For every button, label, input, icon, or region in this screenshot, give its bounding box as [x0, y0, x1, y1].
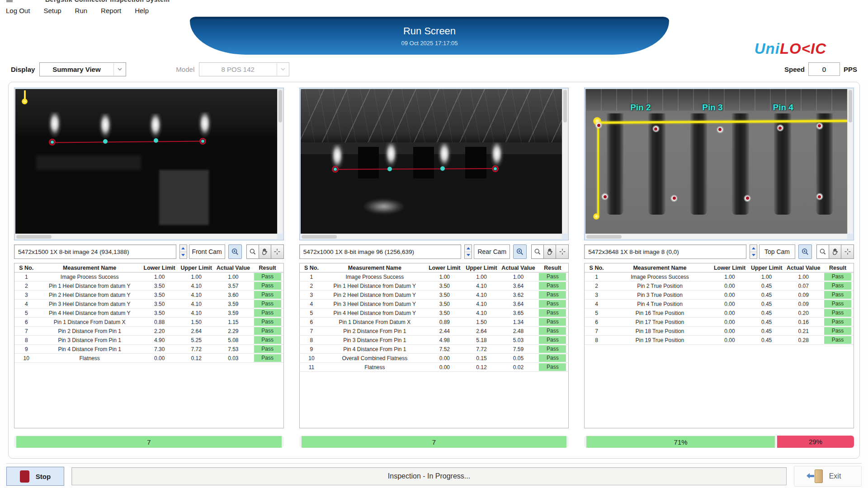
crosshair-icon[interactable]: [556, 245, 568, 258]
stop-button[interactable]: Stop: [6, 467, 64, 486]
step-down-icon[interactable]: [180, 252, 187, 259]
datum-marker: [332, 166, 339, 173]
result-cell: Pass: [537, 272, 568, 282]
crosshair-icon[interactable]: [841, 245, 854, 258]
image-info-field[interactable]: 5472x1000 1X 8-bit image 96 (1256,639): [299, 244, 462, 259]
cell: 3.50: [426, 282, 463, 291]
horizontal-scrollbar[interactable]: [301, 234, 562, 239]
cell: 7: [300, 327, 323, 336]
front-cam-progress-bar: 7: [14, 436, 284, 448]
magnifier-icon[interactable]: [532, 245, 544, 258]
zoom-tool-button[interactable]: [513, 244, 527, 259]
cell: 0.00: [711, 336, 748, 345]
cell: 0.12: [463, 363, 500, 372]
cell: 3.57: [215, 282, 252, 291]
header-banner: Run Screen 09 Oct 2025 17:17:05: [190, 17, 669, 55]
cell: 0.45: [748, 300, 785, 309]
rear-cam-image[interactable]: [301, 89, 562, 234]
cell: 0.09: [785, 291, 822, 300]
menu-item-run[interactable]: Run: [74, 6, 89, 15]
step-down-icon[interactable]: [465, 252, 472, 259]
cell: Image Process Success: [609, 272, 711, 282]
chevron-down-icon[interactable]: [277, 63, 288, 75]
pan-hand-icon[interactable]: [544, 245, 556, 258]
pin-marker: [440, 166, 445, 171]
pan-hand-icon[interactable]: [259, 245, 271, 258]
horizontal-scrollbar[interactable]: [15, 234, 277, 239]
menu-item-setup[interactable]: Setup: [42, 6, 62, 15]
step-up-icon[interactable]: [180, 245, 187, 252]
menu-bar: Log Out Setup Run Report Help: [0, 5, 868, 17]
menu-item-help[interactable]: Help: [133, 6, 150, 15]
vertical-scrollbar[interactable]: [847, 89, 853, 234]
cell: 0.00: [141, 354, 178, 363]
pan-hand-icon[interactable]: [829, 245, 841, 258]
magnifier-icon[interactable]: [817, 245, 829, 258]
stop-label: Stop: [36, 473, 51, 480]
vertical-scrollbar[interactable]: [277, 89, 283, 234]
table-row: 8Pin 3 Distance From Pin 14.985.185.03Pa…: [300, 336, 569, 345]
zoom-tool-button[interactable]: [798, 244, 812, 259]
vertical-scrollbar[interactable]: [562, 89, 567, 234]
image-info-field[interactable]: 5472x3648 1X 8-bit image 8 (0,0): [584, 244, 746, 259]
table-row: 7Pin 2 Distance From Pin 12.202.642.29Pa…: [14, 327, 283, 336]
exit-button[interactable]: Exit: [794, 466, 862, 487]
zoom-tool-button[interactable]: [228, 244, 242, 259]
cell: 9: [300, 345, 323, 354]
model-label: Model: [176, 66, 194, 73]
cell: 4.10: [463, 309, 500, 318]
cell: Overall Combined Flatness: [323, 354, 426, 363]
cell: 2: [14, 282, 38, 291]
col-lower: Lower Limit: [426, 263, 463, 272]
cell: 3.50: [426, 309, 463, 318]
image-index-stepper[interactable]: [750, 244, 757, 259]
cell: 0.15: [463, 354, 500, 363]
cell: Pin 4 Distance From Pin 1: [38, 345, 141, 354]
step-up-icon[interactable]: [465, 245, 472, 252]
speed-label: Speed: [784, 66, 805, 73]
image-index-stepper[interactable]: [464, 244, 472, 259]
result-cell: Pass: [537, 327, 568, 336]
model-select[interactable]: 8 POS 142: [199, 62, 289, 76]
viewer-toolbar: [816, 244, 854, 259]
menu-item-report[interactable]: Report: [99, 6, 123, 15]
cell: 7.52: [426, 345, 463, 354]
cell: 5.08: [215, 336, 252, 345]
front-cam-viewport[interactable]: [14, 88, 284, 240]
camera-name-field[interactable]: Rear Cam: [474, 244, 510, 259]
display-view-select[interactable]: Summary View: [39, 62, 126, 76]
cell: 4.10: [178, 282, 215, 291]
cell: Pin 1 Distance From Datum X: [38, 318, 141, 327]
cell: 0.45: [748, 309, 785, 318]
magnifier-icon[interactable]: [247, 245, 259, 258]
display-label: Display: [11, 66, 35, 73]
speed-input[interactable]: [808, 62, 840, 76]
rear-cam-info-row: 5472x1000 1X 8-bit image 96 (1256,639) R…: [299, 244, 569, 259]
pin-marker: [103, 139, 108, 144]
horizontal-scrollbar[interactable]: [585, 234, 847, 239]
pin-position-marker: [670, 195, 678, 202]
step-down-icon[interactable]: [750, 252, 757, 259]
cell: 5: [14, 309, 38, 318]
table-row: 4Pin 3 Heel Distance from Datum Y3.504.1…: [300, 300, 569, 309]
result-cell: Pass: [252, 336, 283, 345]
cell: 2: [300, 282, 323, 291]
top-cam-image[interactable]: Pin 2 Pin 3 Pin 4: [585, 89, 847, 234]
front-cam-image[interactable]: [15, 89, 277, 234]
rear-cam-results-table: S No. Measurement Name Lower Limit Upper…: [299, 263, 569, 428]
camera-name-field[interactable]: Front Cam: [189, 244, 225, 259]
image-info-field[interactable]: 5472x1500 1X 8-bit image 24 (934,1388): [14, 244, 176, 259]
step-up-icon[interactable]: [750, 245, 757, 252]
top-cam-viewport[interactable]: Pin 2 Pin 3 Pin 4: [584, 88, 854, 240]
window-titlebar: Bergstik Connector Inspection System: [0, 0, 868, 5]
logo-text-red: LO<IC: [780, 40, 826, 57]
menu-item-logout[interactable]: Log Out: [5, 6, 31, 15]
cell: 3.50: [426, 291, 463, 300]
result-cell: Pass: [822, 282, 854, 291]
crosshair-icon[interactable]: [271, 245, 283, 258]
camera-name-field[interactable]: Top Cam: [759, 244, 795, 259]
cell: 4.10: [463, 291, 500, 300]
chevron-down-icon[interactable]: [113, 63, 125, 75]
image-index-stepper[interactable]: [179, 244, 187, 259]
rear-cam-viewport[interactable]: [299, 88, 569, 240]
